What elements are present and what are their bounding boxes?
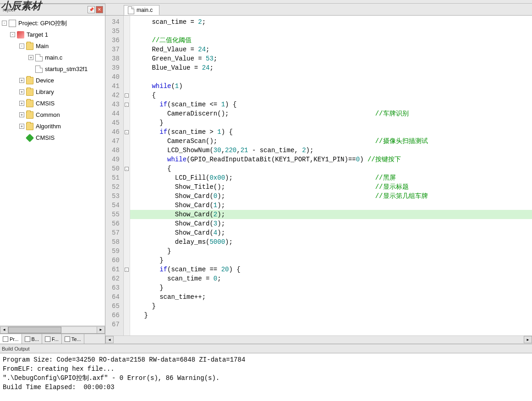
fold-cell [124,219,130,228]
panel-tab-3[interactable]: Te... [62,334,84,344]
code-body[interactable]: scan_time = 2; //二值化阈值 Red_Vlaue = 24; G… [130,16,532,335]
expand-toggle[interactable]: - [2,21,7,26]
code-line[interactable]: Show_Card(1); [137,201,532,210]
code-line[interactable]: //二值化阈值 [137,36,532,45]
code-line[interactable] [137,27,532,36]
expand-toggle[interactable]: + [19,78,24,83]
code-line[interactable]: LCD_Fill(0x00); //黑屏 [137,173,532,182]
code-line[interactable]: if(scan_time > 1) { [137,127,532,137]
pin-button[interactable]: 📌 [88,6,95,13]
code-line[interactable]: if(scan_time <= 1) { [137,100,532,109]
editor-hscrollbar[interactable]: ◄ ► [105,335,532,344]
scroll-right-arrow[interactable]: ► [97,326,105,334]
fold-cell [124,210,130,219]
panel-tab-0[interactable]: Pr... [0,334,22,344]
expand-toggle[interactable]: + [28,55,33,60]
code-line[interactable]: LCD_ShowNum(30,220,21 - scan_time, 2); [137,146,532,155]
line-number: 48 [112,146,120,155]
line-number: 52 [112,182,120,192]
code-line[interactable]: Show_Card(2); [130,210,532,219]
code-line[interactable]: } [137,302,532,311]
code-line[interactable]: } [137,256,532,265]
fold-cell: - [124,164,130,173]
line-number: 55 [112,210,120,219]
fold-toggle[interactable]: - [125,268,129,272]
tree-node-device[interactable]: +Device [0,75,105,86]
code-line[interactable]: Show_Card(4); [137,228,532,237]
code-line[interactable]: Blue_Value = 24; [137,63,532,72]
line-number: 57 [112,228,120,237]
fold-cell [124,292,130,302]
code-line[interactable]: CameraDiscern(); //车牌识别 [137,109,532,118]
code-line[interactable]: Red_Vlaue = 24; [137,45,532,54]
close-panel-button[interactable]: ✕ [96,6,103,13]
tree-node-common[interactable]: +Common [0,109,105,121]
code-line[interactable]: scan_time = 2; [137,17,532,27]
fold-toggle[interactable]: - [125,167,129,171]
editor-scroll-right[interactable]: ► [524,336,532,343]
tree-node-root[interactable]: -Project: GPIO控制 [0,17,105,29]
panel-tab-1[interactable]: B... [22,334,43,344]
code-line[interactable]: } [137,283,532,292]
tree-node-library[interactable]: +Library [0,86,105,98]
code-line[interactable]: delay_ms(5000); [137,237,532,247]
code-line[interactable]: } [137,118,532,127]
expand-toggle[interactable]: + [19,89,24,94]
code-line[interactable]: while(1) [137,82,532,91]
build-output-body[interactable]: Program Size: Code=34250 RO-data=2158 RW… [0,353,532,401]
line-number: 39 [112,63,120,72]
fold-cell [124,36,130,45]
fold-cell [124,27,130,36]
scroll-left-arrow[interactable]: ◄ [0,326,8,334]
fold-toggle[interactable]: - [125,93,129,98]
scroll-track[interactable] [8,326,97,334]
tree-node-main_c[interactable]: +main.c [0,52,105,63]
code-editor[interactable]: 3435363738394041424344454647484950515253… [105,16,532,344]
file-tab-main-c[interactable]: main.c [124,5,159,15]
code-line[interactable] [137,320,532,329]
scroll-thumb[interactable] [8,327,61,333]
code-line[interactable]: } [137,311,532,320]
fold-toggle[interactable]: - [125,103,129,107]
expand-toggle[interactable]: + [19,112,24,117]
code-line[interactable]: { [137,164,532,173]
code-line[interactable]: { [137,91,532,100]
expand-toggle[interactable]: - [19,44,24,49]
code-line[interactable]: if(scan_time == 20) { [137,265,532,274]
code-line[interactable]: } [137,247,532,256]
fold-cell [124,302,130,311]
code-line[interactable]: Show_Card(0); //显示第几组车牌 [137,192,532,201]
code-line[interactable]: scan_time = 0; [137,274,532,283]
panel-tab-2[interactable]: F... [42,334,62,344]
fold-column[interactable]: ----- [124,16,130,335]
line-number: 47 [112,137,120,146]
code-line[interactable]: Green_Value = 53; [137,54,532,63]
fold-cell [124,201,130,210]
line-number: 60 [112,256,120,265]
fold-toggle[interactable]: - [125,130,129,134]
line-number: 50 [112,164,120,173]
expand-toggle[interactable]: + [19,124,24,129]
editor-scroll-left[interactable]: ◄ [105,336,114,343]
tree-node-cmsis1[interactable]: +CMSIS [0,98,105,109]
code-line[interactable]: scan_time++; [137,292,532,302]
expand-toggle[interactable]: + [19,101,24,106]
project-tree[interactable]: -Project: GPIO控制-Target 1-Main+main.csta… [0,16,105,325]
code-line[interactable] [137,72,532,82]
code-line[interactable]: Show_Title(); //显示标题 [137,182,532,192]
editor-scroll-track[interactable] [114,336,524,344]
tree-node-main_folder[interactable]: -Main [0,40,105,52]
code-line[interactable]: while(GPIO_ReadInputDataBit(KEY1_PORT,KE… [137,155,532,164]
project-panel: -Project: GPIO控制-Target 1-Main+main.csta… [0,16,105,344]
tree-node-cmsis2[interactable]: CMSIS [0,132,105,143]
project-bottom-tabs: Pr...B...F...Te... [0,334,105,344]
tree-node-startup[interactable]: startup_stm32f1 [0,63,105,75]
tree-hscrollbar[interactable]: ◄ ► [0,325,105,334]
code-line[interactable]: Show_Card(3); [137,219,532,228]
expand-toggle[interactable]: - [10,32,15,37]
fold-cell: - [124,127,130,137]
tree-node-target[interactable]: -Target 1 [0,29,105,40]
tree-node-algorithm[interactable]: +Algorithm [0,121,105,132]
code-line[interactable]: CameraScan(); //摄像头扫描测试 [137,137,532,146]
tree-label: Common [36,111,60,118]
